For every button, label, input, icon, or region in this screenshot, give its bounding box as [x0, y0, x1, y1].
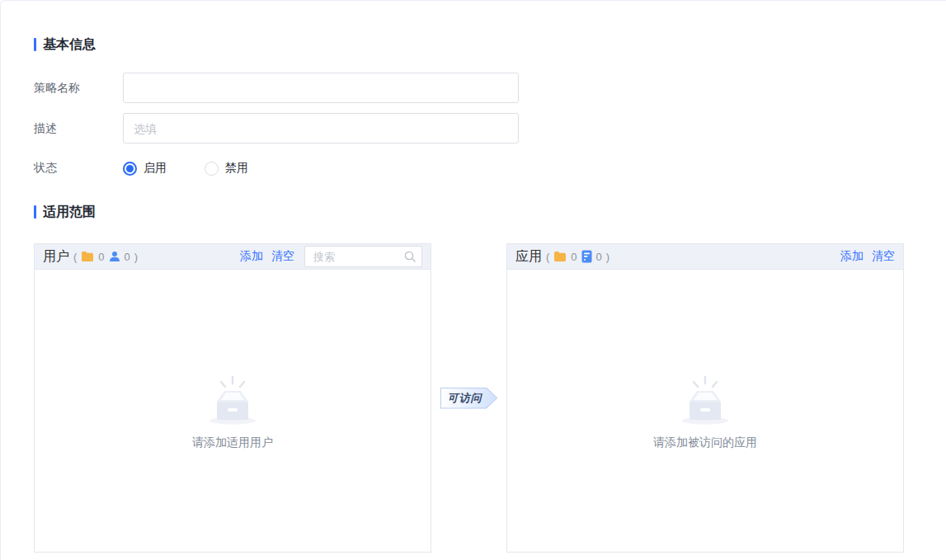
status-radio-enabled[interactable]: 启用 [123, 161, 167, 176]
policy-name-input[interactable] [123, 73, 519, 103]
description-label: 描述 [34, 121, 123, 136]
apps-member-count: 0 [596, 251, 602, 263]
empty-box-icon [674, 371, 737, 426]
description-row: 描述 [34, 113, 904, 144]
scope-section-title: 适用范围 [34, 205, 904, 219]
radio-circle-checked-icon [123, 162, 137, 176]
access-arrow-label: 可访问 [448, 391, 482, 406]
users-member-count: 0 [125, 251, 130, 263]
paren-close: ) [606, 251, 609, 263]
apps-empty-text: 请添加被访问的应用 [653, 435, 757, 450]
users-empty-text: 请添加适用用户 [192, 435, 273, 450]
paren-open: ( [546, 251, 549, 263]
apps-panel-body: 请添加被访问的应用 [507, 270, 903, 552]
app-icon [581, 250, 592, 263]
users-panel-actions: 添加 清空 [240, 246, 422, 267]
status-label: 状态 [34, 161, 123, 176]
users-search-box [304, 246, 422, 267]
scope-title-text: 适用范围 [43, 204, 96, 221]
access-arrow-icon: 可访问 [440, 388, 498, 409]
section-title-bar [34, 205, 36, 219]
section-title-bar [34, 38, 36, 51]
paren-open: ( [73, 251, 77, 263]
apps-panel: 应用 ( 0 0 ) 添加 [506, 243, 904, 553]
status-enabled-label: 启用 [144, 161, 167, 176]
paren-close: ) [134, 251, 138, 263]
users-panel-title: 用户 [43, 248, 69, 266]
status-disabled-label: 禁用 [225, 161, 248, 176]
apps-panel-counts: ( 0 0 ) [546, 250, 609, 263]
description-input[interactable] [123, 113, 519, 144]
users-clear-button[interactable]: 清空 [271, 249, 294, 264]
users-panel-counts: ( 0 0 ) [73, 251, 138, 263]
policy-form-page: 基本信息 策略名称 描述 状态 启用 禁用 [0, 0, 946, 560]
users-panel: 用户 ( 0 0 ) 添加 清空 [34, 243, 431, 553]
apps-folder-count: 0 [571, 251, 577, 263]
users-panel-header: 用户 ( 0 0 ) 添加 清空 [35, 244, 431, 270]
status-radio-group: 启用 禁用 [123, 161, 248, 176]
folder-icon [81, 251, 94, 262]
policy-name-row: 策略名称 [34, 73, 904, 103]
apps-panel-title: 应用 [515, 248, 542, 266]
apps-clear-button[interactable]: 清空 [872, 249, 895, 264]
policy-name-label: 策略名称 [34, 81, 123, 96]
empty-box-icon [201, 371, 264, 426]
scope-transfer: 用户 ( 0 0 ) 添加 清空 [34, 243, 904, 553]
users-search-input[interactable] [304, 246, 422, 267]
users-panel-body: 请添加适用用户 [35, 270, 431, 552]
apps-panel-actions: 添加 清空 [840, 249, 895, 264]
basic-info-form: 策略名称 描述 状态 启用 禁用 [34, 73, 904, 177]
folder-icon [553, 251, 567, 262]
users-add-button[interactable]: 添加 [240, 249, 263, 264]
basic-info-title-text: 基本信息 [43, 36, 96, 54]
status-radio-disabled[interactable]: 禁用 [205, 161, 248, 176]
status-row: 状态 启用 禁用 [34, 159, 904, 177]
access-arrow-body: 可访问 [441, 388, 497, 408]
apps-add-button[interactable]: 添加 [840, 249, 864, 264]
apps-panel-header: 应用 ( 0 0 ) 添加 [507, 244, 903, 270]
transfer-middle: 可访问 [431, 243, 506, 553]
radio-circle-unchecked-icon [205, 162, 219, 176]
basic-info-section-title: 基本信息 [34, 37, 904, 52]
user-icon [109, 251, 120, 262]
users-folder-count: 0 [98, 251, 104, 263]
